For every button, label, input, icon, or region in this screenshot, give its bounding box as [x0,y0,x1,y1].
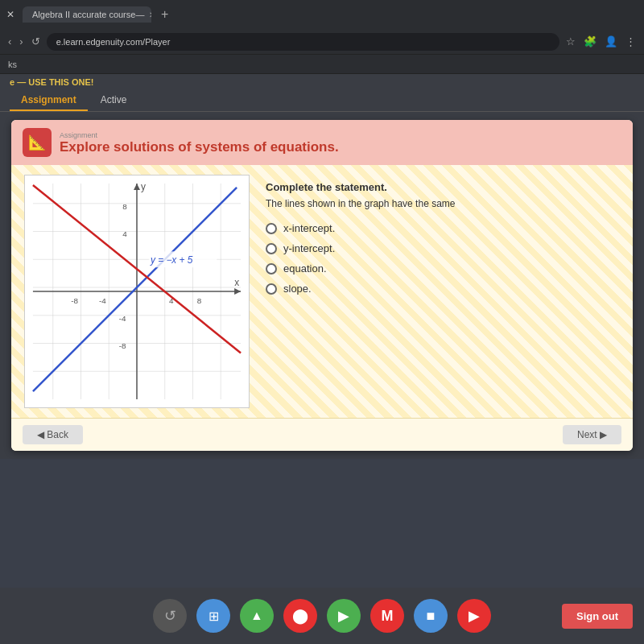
new-tab-button[interactable]: + [156,7,173,22]
taskbar: ↺ ⊞ ▲ ⬤ ▶ M ■ ▶ Sign out [0,588,644,644]
card-title: Explore solutions of systems of equation… [60,139,339,155]
radio-equation[interactable] [266,263,277,275]
next-button[interactable]: Next ▶ [563,425,621,444]
card-body: x y -8 -4 4 8 8 4 -4 -8 [11,165,633,418]
youtube-taskbar-icon[interactable]: ▶ [457,599,491,633]
nav-icons: ‹ › ↺ [8,35,40,47]
option-y-intercept[interactable]: y-intercept. [266,242,620,254]
gmail-taskbar-icon[interactable]: M [370,599,404,633]
refresh-taskbar-icon[interactable]: ↺ [153,599,187,633]
content-card: 📐 Assignment Explore solutions of system… [11,120,633,451]
tab-close-icon[interactable]: ✕ [149,10,151,19]
graph-svg: x y -8 -4 4 8 8 4 -4 -8 [25,175,249,407]
svg-text:-8: -8 [119,341,126,350]
graph-container: x y -8 -4 4 8 8 4 -4 -8 [24,175,250,408]
svg-text:-4: -4 [99,296,106,305]
tab-title: Algebra II accurate course— [32,10,144,19]
reload-icon[interactable]: ↺ [31,35,40,47]
back-icon[interactable]: ‹ [8,35,11,47]
svg-text:y = −x + 5: y = −x + 5 [150,254,193,266]
radio-x-intercept[interactable] [266,223,277,234]
question-instruction: Complete the statement. [266,181,620,193]
menu-icon[interactable]: ⋮ [625,35,636,47]
svg-marker-17 [134,184,140,190]
card-header-text: Assignment Explore solutions of systems … [60,130,339,155]
svg-line-28 [33,188,237,391]
svg-text:-8: -8 [71,296,78,305]
bookmark-icon[interactable]: ☆ [566,35,576,47]
address-bar-row: ‹ › ↺ ☆ 🧩 👤 ⋮ [0,29,644,55]
drive-taskbar-icon[interactable]: ▲ [240,599,274,633]
option-x-intercept[interactable]: x-intercept. [266,222,620,234]
forward-icon[interactable]: › [19,35,23,47]
option-equation-label: equation. [283,262,327,275]
apps-taskbar-icon[interactable]: ⊞ [196,599,230,633]
card-header: 📐 Assignment Explore solutions of system… [11,120,633,165]
browser-bar: ✕ Algebra II accurate course— ✕ + [0,0,644,29]
card-footer: ◀ Back Next ▶ [11,418,633,451]
close-icon[interactable]: ✕ [6,9,14,20]
svg-text:x: x [234,277,239,288]
bookmarks-bar: ks [0,55,644,74]
svg-text:y: y [141,181,146,192]
question-text: The lines shown in the graph have the sa… [266,196,620,211]
page-header-text: e — USE THIS ONE! [10,77,94,87]
svg-text:8: 8 [122,202,127,211]
back-button[interactable]: ◀ Back [23,425,83,444]
assignment-label: Assignment [60,131,339,139]
page-header: e — USE THIS ONE! [0,74,644,90]
option-x-intercept-label: x-intercept. [283,222,335,234]
options-list: x-intercept. y-intercept. equation. slop… [266,222,620,295]
question-area: Complete the statement. The lines shown … [266,175,620,408]
option-slope[interactable]: slope. [266,283,620,295]
option-slope-label: slope. [283,283,312,295]
main-content: 📐 Assignment Explore solutions of system… [0,112,644,459]
tab-active[interactable]: Active [89,90,138,111]
svg-text:4: 4 [122,229,127,238]
option-equation[interactable]: equation. [266,262,620,275]
radio-slope[interactable] [266,283,277,295]
chrome-taskbar-icon[interactable]: ⬤ [283,599,317,633]
tabs-row: Assignment Active [0,90,644,112]
tab-assignment[interactable]: Assignment [10,90,88,111]
docs-taskbar-icon[interactable]: ■ [414,599,448,633]
sign-out-button[interactable]: Sign out [562,604,633,629]
extensions-icon[interactable]: 🧩 [584,35,597,47]
svg-text:8: 8 [197,296,202,305]
svg-text:-4: -4 [119,314,126,323]
play-taskbar-icon[interactable]: ▶ [327,599,361,633]
option-y-intercept-label: y-intercept. [283,242,335,254]
assignment-icon: 📐 [28,134,46,151]
profile-icon[interactable]: 👤 [605,35,617,47]
browser-actions: ☆ 🧩 👤 ⋮ [566,35,636,47]
browser-tab[interactable]: Algebra II accurate course— ✕ [23,6,151,23]
radio-y-intercept[interactable] [266,243,277,254]
bookmark-item[interactable]: ks [8,60,17,69]
address-input[interactable] [47,33,559,51]
card-icon: 📐 [23,128,52,157]
svg-marker-16 [234,288,241,295]
